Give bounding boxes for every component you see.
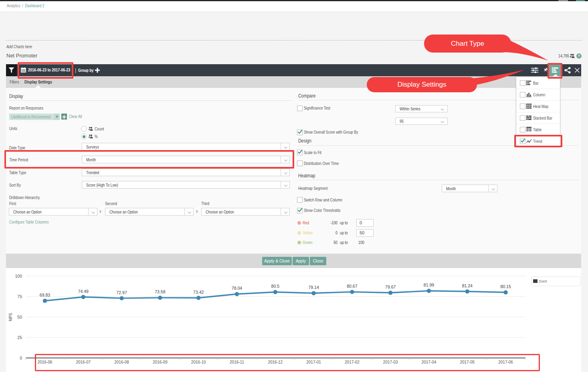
svg-text:2016-08: 2016-08 bbox=[114, 360, 129, 364]
svg-text:79.67: 79.67 bbox=[385, 285, 396, 289]
svg-text:0: 0 bbox=[20, 356, 22, 360]
svg-text:73.58: 73.58 bbox=[155, 289, 165, 294]
svg-text:2016-06: 2016-06 bbox=[38, 360, 53, 364]
svg-text:81.24: 81.24 bbox=[462, 283, 473, 288]
svg-text:2016-07: 2016-07 bbox=[76, 360, 91, 364]
svg-text:2017-05: 2017-05 bbox=[460, 360, 475, 364]
svg-text:69.83: 69.83 bbox=[40, 293, 50, 297]
svg-text:2017-02: 2017-02 bbox=[345, 360, 360, 364]
svg-text:72.97: 72.97 bbox=[116, 290, 127, 295]
svg-text:73.42: 73.42 bbox=[193, 290, 204, 295]
svg-text:2016-12: 2016-12 bbox=[268, 360, 283, 364]
svg-text:2017-04: 2017-04 bbox=[422, 360, 436, 364]
svg-text:2017-06: 2017-06 bbox=[498, 360, 513, 364]
svg-text:25: 25 bbox=[17, 335, 22, 340]
svg-text:80.67: 80.67 bbox=[347, 284, 357, 289]
svg-text:80.15: 80.15 bbox=[500, 284, 511, 289]
svg-text:100: 100 bbox=[15, 274, 22, 278]
svg-text:78.04: 78.04 bbox=[232, 286, 242, 291]
svg-text:75: 75 bbox=[17, 294, 22, 299]
svg-text:2016-09: 2016-09 bbox=[153, 360, 168, 364]
svg-text:2016-10: 2016-10 bbox=[191, 360, 206, 364]
svg-text:79.14: 79.14 bbox=[308, 285, 319, 290]
svg-text:74.49: 74.49 bbox=[78, 289, 89, 294]
svg-text:2017-03: 2017-03 bbox=[383, 360, 398, 364]
svg-text:80.5: 80.5 bbox=[271, 284, 280, 289]
svg-text:NPS: NPS bbox=[8, 313, 13, 321]
svg-text:50: 50 bbox=[17, 315, 22, 319]
svg-text:2016-11: 2016-11 bbox=[230, 360, 244, 364]
svg-text:2017-01: 2017-01 bbox=[306, 360, 321, 364]
svg-text:81.99: 81.99 bbox=[424, 283, 434, 287]
